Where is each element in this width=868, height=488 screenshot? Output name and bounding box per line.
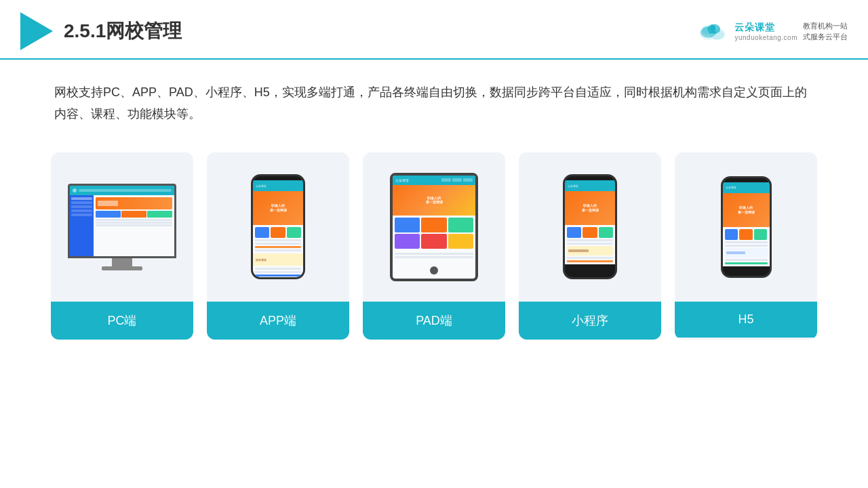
brand-row: 云朵课堂 yunduoketang.com 教育机构一站式服务云平台 [696,20,848,43]
card-pc: PC端 [51,152,193,340]
pad-tablet-mockup: 云朵课堂 职途人的第一堂网课 [390,173,478,281]
card-miniprogram-label: 小程序 [519,302,661,340]
tablet-grid-item [421,234,446,249]
card-pc-label: PC端 [51,302,193,340]
card-h5-label: H5 [675,302,817,338]
header: 2.5.1网校管理 云朵课堂 yunduoketang.com 教育机构一站式服… [0,0,868,60]
pc-stand [112,258,132,266]
pc-screen [68,184,176,258]
tablet-grid-item [395,234,420,249]
card-pad-image: 云朵课堂 职途人的第一堂网课 [363,152,505,302]
tablet-home-button [430,266,438,274]
tablet-grid-item [395,218,420,232]
card-miniprogram-image: 云朵课堂 职途人的第一堂网课 [519,152,661,302]
card-miniprogram: 云朵课堂 职途人的第一堂网课 [519,152,661,340]
tablet-grid [393,216,475,251]
card-app: 云朵课堂 职途人的第一堂网课 [207,152,349,340]
tablet-screen: 云朵课堂 职途人的第一堂网课 [393,176,475,279]
tablet-grid-item [448,218,473,232]
brand-name: 云朵课堂 [734,22,797,34]
description-paragraph: 网校支持PC、APP、PAD、小程序、H5，实现多端打通，产品各终端自由切换，数… [54,81,814,125]
brand-tagline: 教育机构一站式服务云平台 [803,20,848,43]
card-app-image: 云朵课堂 职途人的第一堂网课 [207,152,349,302]
card-h5-image: 云朵课堂 职途人的第一堂网课 [675,152,817,302]
card-h5: 云朵课堂 职途人的第一堂网课 [675,152,817,340]
brand-container: 云朵课堂 yunduoketang.com 教育机构一站式服务云平台 [696,20,848,43]
page-title: 2.5.1网校管理 [64,18,182,44]
tablet-grid-item [421,218,446,232]
description-text: 网校支持PC、APP、PAD、小程序、H5，实现多端打通，产品各终端自由切换，数… [0,60,868,139]
card-pc-image [51,152,193,302]
logo-triangle-icon [20,12,53,50]
phone-notch-2 [581,176,599,180]
tablet-banner: 职途人的第一堂网课 [393,185,475,216]
brand-domain: yunduoketang.com [734,34,797,41]
tablet-topbar: 云朵课堂 [393,176,475,185]
phone-notch-3 [737,178,755,182]
tablet-banner-text: 职途人的第一堂网课 [426,196,443,204]
tablet-grid-item [448,234,473,249]
pc-base [102,266,142,270]
brand-text-block: 云朵课堂 yunduoketang.com [734,22,797,41]
svg-point-5 [710,25,715,30]
miniprogram-phone-mockup: 云朵课堂 职途人的第一堂网课 [563,174,617,279]
card-pad-label: PAD端 [363,302,505,340]
h5-phone-mockup: 云朵课堂 职途人的第一堂网课 [721,176,772,278]
pc-mockup [68,184,176,270]
cloud-logo-icon [696,21,729,41]
cards-section: PC端 云朵课堂 职途人的第一堂网课 [0,139,868,353]
app-phone-mockup: 云朵课堂 职途人的第一堂网课 [251,174,305,279]
header-left: 2.5.1网校管理 [20,12,182,50]
card-pad: 云朵课堂 职途人的第一堂网课 [363,152,505,340]
card-app-label: APP端 [207,302,349,340]
phone-notch [269,176,287,180]
